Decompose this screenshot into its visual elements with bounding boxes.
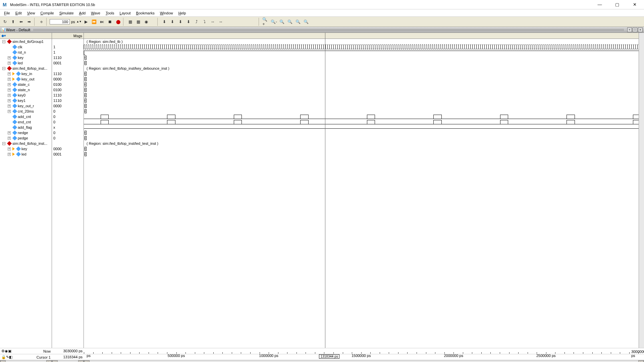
cursor4-icon[interactable]: ⬇ bbox=[185, 18, 192, 25]
zoom-in-icon[interactable]: 🔍+ bbox=[262, 18, 269, 25]
restart-icon[interactable]: ↻ bbox=[1, 18, 9, 25]
tool3-icon[interactable]: ◉ bbox=[143, 18, 150, 25]
wave-key[interactable]: 1110111111101111111011111111111011011111… bbox=[84, 55, 639, 60]
tool2-icon[interactable]: ▦ bbox=[135, 18, 142, 25]
menu-compile[interactable]: Compile bbox=[38, 10, 56, 16]
cursor3-icon[interactable]: ⬇ bbox=[177, 18, 184, 25]
title-bar: M ModelSim - INTEL FPGA STARTER EDITION … bbox=[0, 0, 644, 9]
wave-clk[interactable] bbox=[84, 44, 639, 50]
msgs-hscroll[interactable]: ◀▶ bbox=[52, 360, 84, 362]
edge3-icon[interactable]: ↔ bbox=[209, 18, 216, 25]
cursor-flag[interactable]: 1318344 ps bbox=[319, 354, 339, 359]
signal-state_n[interactable]: +state_n bbox=[0, 87, 52, 93]
signal-key_out[interactable]: +key_out bbox=[0, 76, 52, 82]
wave-key0[interactable]: 1110111111101111111011111111111011011111… bbox=[84, 93, 639, 98]
edge4-icon[interactable]: ↔ bbox=[217, 18, 224, 25]
wave-nedge[interactable]: 00000000 bbox=[84, 130, 639, 135]
wave-key_out[interactable]: 0000000000000000000000000000 bbox=[84, 76, 639, 82]
wave-key1[interactable]: 1110111111101111111011111111111011011111… bbox=[84, 98, 639, 103]
wave-add_flag[interactable] bbox=[84, 125, 639, 130]
signal-key[interactable]: +key bbox=[0, 146, 52, 152]
waveform-area[interactable]: ( Region: sim:/led_tb )11101111111011111… bbox=[84, 33, 639, 348]
zoom-other-icon[interactable]: 🔍 bbox=[302, 18, 310, 25]
signal-key0[interactable]: +key0 bbox=[0, 93, 52, 98]
minimize-button[interactable]: — bbox=[593, 1, 606, 9]
wave-state_n[interactable]: 0010010010000001001001001000000100100100… bbox=[84, 87, 639, 93]
menu-file[interactable]: File bbox=[1, 10, 13, 16]
zoom-out-icon[interactable]: 🔍- bbox=[270, 18, 277, 25]
wave-sim:/led_tb/Group1[interactable]: ( Region: sim:/led_tb ) bbox=[84, 39, 639, 44]
signal-key[interactable]: +key bbox=[0, 55, 52, 60]
continue-icon[interactable]: ⏭ bbox=[98, 18, 106, 25]
signal-nedge[interactable]: +nedge bbox=[0, 130, 52, 135]
menu-add[interactable]: Add bbox=[76, 10, 89, 16]
run-icon[interactable]: ▶ bbox=[82, 18, 90, 25]
signal-add_cnt[interactable]: add_cnt bbox=[0, 114, 52, 119]
signal-key_out_r[interactable]: +key_out_r bbox=[0, 103, 52, 109]
signal-key1[interactable]: +key1 bbox=[0, 98, 52, 103]
menu-wave[interactable]: Wave bbox=[88, 10, 103, 16]
vertical-scrollbar[interactable] bbox=[639, 33, 644, 348]
wave-sim:/led_tb/top_inst...[interactable]: ( Region: sim:/led_tb/top_inst/led_test_… bbox=[84, 141, 639, 146]
signal-sim:/led_tb/Group1[interactable]: −sim:/led_tb/Group1 bbox=[0, 39, 52, 44]
menu-bookmarks[interactable]: Bookmarks bbox=[133, 10, 157, 16]
zoom-full-icon[interactable]: 🔍 bbox=[278, 18, 285, 25]
names-hscroll[interactable]: ◀▶ bbox=[0, 360, 52, 362]
menu-view[interactable]: View bbox=[24, 10, 38, 16]
panel-close-button[interactable]: × bbox=[638, 27, 643, 32]
wave-rst_n[interactable] bbox=[84, 50, 639, 55]
step-icon[interactable]: ⎆ bbox=[38, 18, 45, 25]
break-icon[interactable]: ⏹ bbox=[106, 18, 114, 25]
signal-add_flag[interactable]: add_flag bbox=[0, 125, 52, 130]
wave-pedge[interactable]: 00000000 bbox=[84, 135, 639, 141]
signal-clk[interactable]: clk bbox=[0, 44, 52, 50]
signal-led[interactable]: +led bbox=[0, 152, 52, 157]
wave-cnt_20ms[interactable]: 00000000000000 bbox=[84, 109, 639, 114]
wave-hscroll[interactable]: ◀▶ bbox=[84, 360, 644, 362]
forward-icon[interactable]: ➡ bbox=[25, 18, 33, 25]
signal-cnt_20ms[interactable]: +cnt_20ms bbox=[0, 109, 52, 114]
wave-key[interactable]: 0000000000000000000000000000 bbox=[84, 146, 639, 152]
wave-end_cnt[interactable] bbox=[84, 119, 639, 125]
stop-icon[interactable]: ⬤ bbox=[114, 18, 122, 25]
wave-led[interactable]: 0000000100000001000000101010 bbox=[84, 152, 639, 157]
signal-state_c[interactable]: +state_c bbox=[0, 82, 52, 87]
signal-end_cnt[interactable]: end_cnt bbox=[0, 119, 52, 125]
signal-menu-icon[interactable]: ◆▾ bbox=[1, 34, 6, 38]
run-time-unit[interactable]: ps bbox=[70, 19, 76, 24]
close-button[interactable]: ✕ bbox=[628, 1, 641, 9]
menu-simulate[interactable]: Simulate bbox=[57, 10, 76, 16]
wave-key_in[interactable]: 1110111111101111111011111111111011011111… bbox=[84, 71, 639, 76]
wave-add_cnt[interactable] bbox=[84, 114, 639, 119]
edge2-icon[interactable]: ⤵ bbox=[201, 18, 208, 25]
menu-window[interactable]: Window bbox=[157, 10, 176, 16]
run-all-icon[interactable]: ⏩ bbox=[90, 18, 98, 25]
signal-led[interactable]: +led bbox=[0, 60, 52, 66]
signal-rst_n[interactable]: rst_n bbox=[0, 50, 52, 55]
signal-key_in[interactable]: +key_in bbox=[0, 71, 52, 76]
menu-layout[interactable]: Layout bbox=[117, 10, 133, 16]
wave-key_out_r[interactable]: 0000000000000000000000000000 bbox=[84, 103, 639, 109]
zoom-cursor-icon[interactable]: 🔍 bbox=[286, 18, 293, 25]
maximize-button[interactable]: ▢ bbox=[610, 1, 624, 9]
edge1-icon[interactable]: ⤴ bbox=[193, 18, 200, 25]
menu-tools[interactable]: Tools bbox=[103, 10, 117, 16]
wave-sim:/led_tb/top_inst...[interactable]: ( Region: sim:/led_tb/top_inst/key_debou… bbox=[84, 66, 639, 71]
up-icon[interactable]: ⬆ bbox=[9, 18, 17, 25]
back-icon[interactable]: ⬅ bbox=[17, 18, 25, 25]
tool1-icon[interactable]: ▦ bbox=[126, 18, 134, 25]
wave-led[interactable]: 0000000100000001000000101010 bbox=[84, 60, 639, 66]
run-time-input[interactable]: 100 bbox=[50, 19, 70, 24]
cursor2-icon[interactable]: ⬇ bbox=[169, 18, 176, 25]
panel-pin-button[interactable]: + bbox=[627, 27, 632, 32]
cursor-line[interactable] bbox=[325, 33, 325, 348]
menu-edit[interactable]: Edit bbox=[13, 10, 24, 16]
cursor1-icon[interactable]: ⬇ bbox=[161, 18, 168, 25]
signal-sim:/led_tb/top_inst...[interactable]: −sim:/led_tb/top_inst... bbox=[0, 66, 52, 71]
zoom-range-icon[interactable]: 🔍 bbox=[294, 18, 302, 25]
signal-sim:/led_tb/top_inst...[interactable]: −sim:/led_tb/top_inst... bbox=[0, 141, 52, 146]
panel-max-button[interactable]: □ bbox=[633, 27, 637, 32]
signal-pedge[interactable]: +pedge bbox=[0, 135, 52, 141]
menu-help[interactable]: Help bbox=[176, 10, 189, 16]
wave-state_c[interactable]: 0010010010000001001001001000000100100100… bbox=[84, 82, 639, 87]
